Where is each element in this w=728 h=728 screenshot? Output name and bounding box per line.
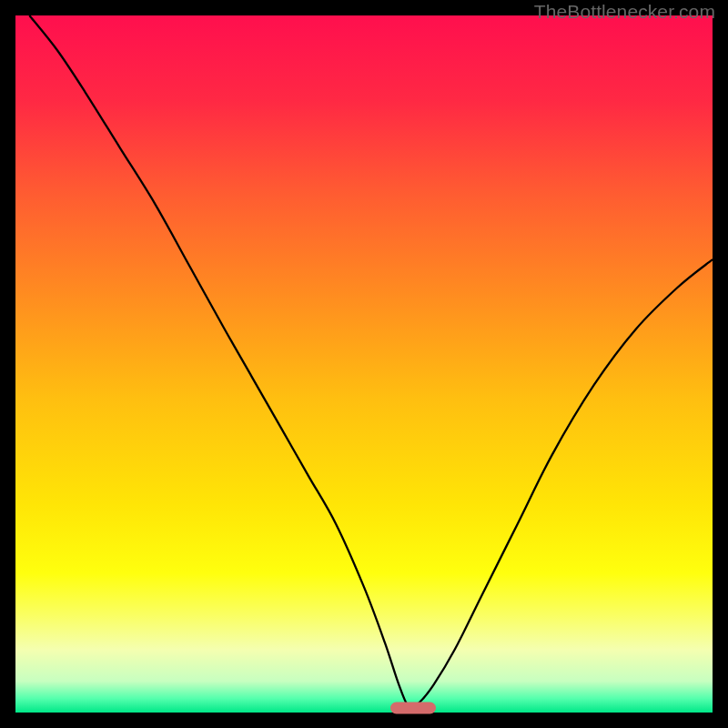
plot-area bbox=[15, 15, 713, 713]
chart-frame: TheBottlenecker.com bbox=[0, 0, 728, 728]
watermark-label: TheBottlenecker.com bbox=[534, 1, 715, 23]
minimum-marker bbox=[390, 702, 436, 713]
bottleneck-curve bbox=[15, 15, 713, 713]
